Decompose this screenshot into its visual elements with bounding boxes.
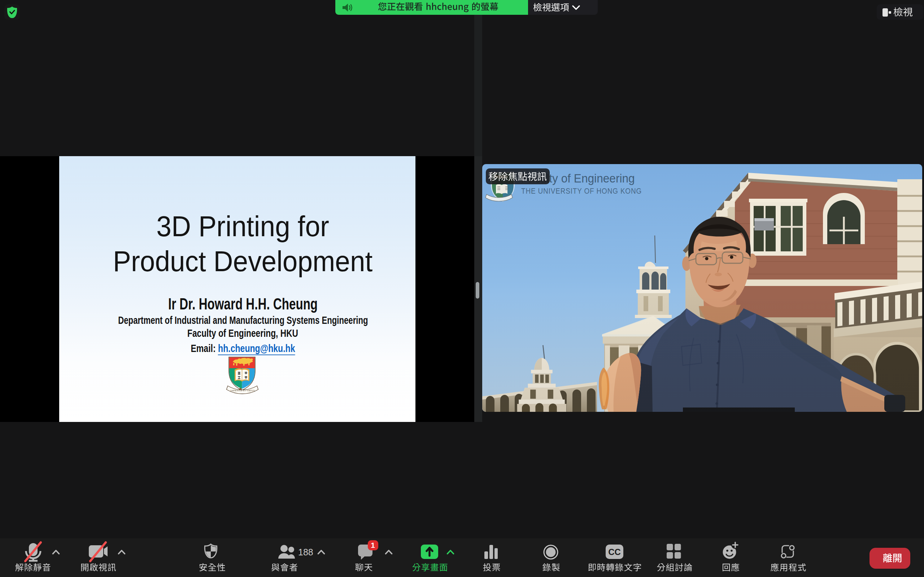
svg-text:1: 1 bbox=[371, 541, 375, 549]
svg-text:CC: CC bbox=[608, 547, 621, 557]
svg-text:188: 188 bbox=[298, 547, 313, 557]
